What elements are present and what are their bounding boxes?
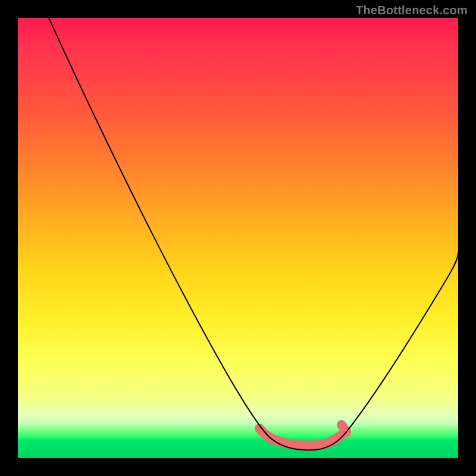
plot-area (18, 18, 458, 458)
chart-frame: TheBottleneck.com (0, 0, 476, 476)
watermark-text: TheBottleneck.com (356, 4, 468, 17)
bottleneck-curve (18, 18, 458, 458)
